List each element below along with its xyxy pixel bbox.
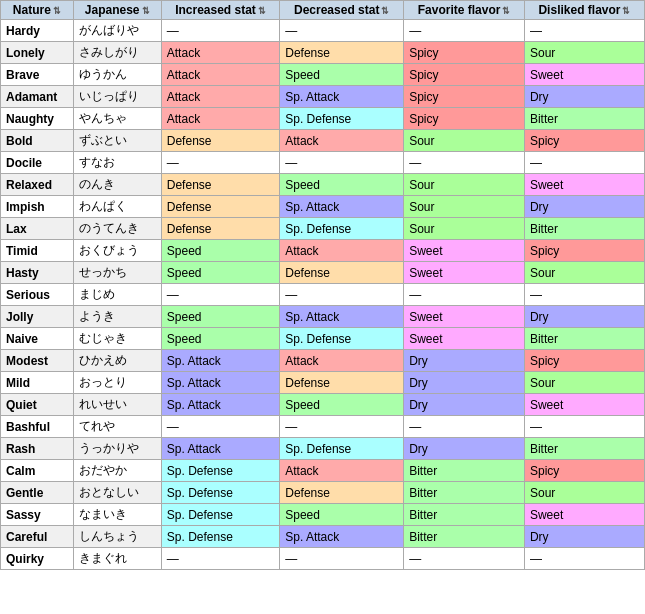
japanese-cell: おくびょう bbox=[73, 240, 161, 262]
favorite-flavor-cell: Dry bbox=[404, 394, 525, 416]
decreased-stat-cell: Sp. Attack bbox=[280, 526, 404, 548]
decreased-stat-cell: — bbox=[280, 416, 404, 438]
disliked-flavor-cell: Sour bbox=[524, 372, 644, 394]
decreased-stat-cell: Sp. Attack bbox=[280, 306, 404, 328]
header-favorite[interactable]: Favorite flavor⇅ bbox=[404, 1, 525, 20]
japanese-cell: れいせい bbox=[73, 394, 161, 416]
japanese-cell: まじめ bbox=[73, 284, 161, 306]
disliked-flavor-cell: Sweet bbox=[524, 64, 644, 86]
decreased-stat-cell: Speed bbox=[280, 64, 404, 86]
nature-cell: Timid bbox=[1, 240, 74, 262]
favorite-flavor-cell: Sour bbox=[404, 196, 525, 218]
japanese-cell: のんき bbox=[73, 174, 161, 196]
header-nature[interactable]: Nature⇅ bbox=[1, 1, 74, 20]
increased-stat-cell: Defense bbox=[161, 218, 279, 240]
disliked-flavor-cell: Sweet bbox=[524, 394, 644, 416]
decreased-stat-cell: Sp. Attack bbox=[280, 86, 404, 108]
disliked-flavor-cell: Dry bbox=[524, 196, 644, 218]
table-row: CarefulしんちょうSp. DefenseSp. AttackBitterD… bbox=[1, 526, 645, 548]
favorite-flavor-cell: Bitter bbox=[404, 504, 525, 526]
japanese-cell: やんちゃ bbox=[73, 108, 161, 130]
table-row: LaxのうてんきDefenseSp. DefenseSourBitter bbox=[1, 218, 645, 240]
disliked-flavor-cell: Dry bbox=[524, 526, 644, 548]
increased-stat-cell: Sp. Attack bbox=[161, 372, 279, 394]
favorite-flavor-cell: — bbox=[404, 20, 525, 42]
increased-stat-cell: — bbox=[161, 152, 279, 174]
nature-cell: Quiet bbox=[1, 394, 74, 416]
table-row: CalmおだやかSp. DefenseAttackBitterSpicy bbox=[1, 460, 645, 482]
disliked-flavor-cell: Dry bbox=[524, 306, 644, 328]
decreased-stat-cell: Attack bbox=[280, 240, 404, 262]
disliked-flavor-cell: Spicy bbox=[524, 240, 644, 262]
favorite-flavor-cell: Bitter bbox=[404, 460, 525, 482]
decreased-stat-cell: Sp. Defense bbox=[280, 438, 404, 460]
favorite-flavor-cell: Sour bbox=[404, 174, 525, 196]
increased-stat-cell: Attack bbox=[161, 108, 279, 130]
increased-stat-cell: Speed bbox=[161, 262, 279, 284]
table-row: SassyなまいきSp. DefenseSpeedBitterSweet bbox=[1, 504, 645, 526]
decreased-stat-cell: Attack bbox=[280, 130, 404, 152]
decreased-stat-cell: — bbox=[280, 548, 404, 570]
disliked-flavor-cell: Bitter bbox=[524, 438, 644, 460]
disliked-flavor-cell: Sweet bbox=[524, 504, 644, 526]
japanese-cell: おとなしい bbox=[73, 482, 161, 504]
favorite-flavor-cell: Spicy bbox=[404, 42, 525, 64]
nature-cell: Rash bbox=[1, 438, 74, 460]
table-row: NaughtyやんちゃAttackSp. DefenseSpicyBitter bbox=[1, 108, 645, 130]
increased-stat-cell: Attack bbox=[161, 64, 279, 86]
nature-cell: Gentle bbox=[1, 482, 74, 504]
table-row: Quirkyきまぐれ———— bbox=[1, 548, 645, 570]
japanese-cell: しんちょう bbox=[73, 526, 161, 548]
disliked-flavor-cell: Bitter bbox=[524, 218, 644, 240]
nature-cell: Hasty bbox=[1, 262, 74, 284]
table-row: Bashfulてれや———— bbox=[1, 416, 645, 438]
table-row: HastyせっかちSpeedDefenseSweetSour bbox=[1, 262, 645, 284]
header-increased[interactable]: Increased stat⇅ bbox=[161, 1, 279, 20]
disliked-flavor-cell: — bbox=[524, 284, 644, 306]
table-row: JollyようきSpeedSp. AttackSweetDry bbox=[1, 306, 645, 328]
table-row: ModestひかえめSp. AttackAttackDrySpicy bbox=[1, 350, 645, 372]
decreased-stat-cell: Sp. Defense bbox=[280, 218, 404, 240]
increased-stat-cell: — bbox=[161, 548, 279, 570]
header-decreased[interactable]: Decreased stat⇅ bbox=[280, 1, 404, 20]
increased-stat-cell: — bbox=[161, 416, 279, 438]
increased-stat-cell: Sp. Attack bbox=[161, 438, 279, 460]
decreased-stat-cell: — bbox=[280, 152, 404, 174]
japanese-cell: わんぱく bbox=[73, 196, 161, 218]
increased-stat-cell: Sp. Attack bbox=[161, 350, 279, 372]
decreased-stat-cell: Defense bbox=[280, 482, 404, 504]
disliked-flavor-cell: Dry bbox=[524, 86, 644, 108]
disliked-flavor-cell: Spicy bbox=[524, 130, 644, 152]
nature-cell: Mild bbox=[1, 372, 74, 394]
japanese-cell: さみしがり bbox=[73, 42, 161, 64]
disliked-flavor-cell: Sour bbox=[524, 482, 644, 504]
header-disliked[interactable]: Disliked flavor⇅ bbox=[524, 1, 644, 20]
increased-stat-cell: Attack bbox=[161, 86, 279, 108]
nature-cell: Careful bbox=[1, 526, 74, 548]
japanese-cell: おっとり bbox=[73, 372, 161, 394]
japanese-cell: うっかりや bbox=[73, 438, 161, 460]
table-row: ImpishわんぱくDefenseSp. AttackSourDry bbox=[1, 196, 645, 218]
disliked-flavor-cell: Bitter bbox=[524, 328, 644, 350]
favorite-flavor-cell: Dry bbox=[404, 438, 525, 460]
table-row: Docileすなお———— bbox=[1, 152, 645, 174]
table-row: QuietれいせいSp. AttackSpeedDrySweet bbox=[1, 394, 645, 416]
table-row: NaiveむじゃきSpeedSp. DefenseSweetBitter bbox=[1, 328, 645, 350]
favorite-flavor-cell: — bbox=[404, 152, 525, 174]
header-japanese[interactable]: Japanese⇅ bbox=[73, 1, 161, 20]
nature-cell: Jolly bbox=[1, 306, 74, 328]
table-row: GentleおとなしいSp. DefenseDefenseBitterSour bbox=[1, 482, 645, 504]
japanese-cell: のうてんき bbox=[73, 218, 161, 240]
nature-cell: Bold bbox=[1, 130, 74, 152]
increased-stat-cell: Speed bbox=[161, 240, 279, 262]
japanese-cell: いじっぱり bbox=[73, 86, 161, 108]
japanese-cell: がんばりや bbox=[73, 20, 161, 42]
japanese-cell: むじゃき bbox=[73, 328, 161, 350]
favorite-flavor-cell: Sour bbox=[404, 130, 525, 152]
disliked-flavor-cell: — bbox=[524, 548, 644, 570]
favorite-flavor-cell: Sour bbox=[404, 218, 525, 240]
favorite-flavor-cell: — bbox=[404, 548, 525, 570]
nature-cell: Hardy bbox=[1, 20, 74, 42]
increased-stat-cell: Speed bbox=[161, 328, 279, 350]
decreased-stat-cell: Defense bbox=[280, 262, 404, 284]
